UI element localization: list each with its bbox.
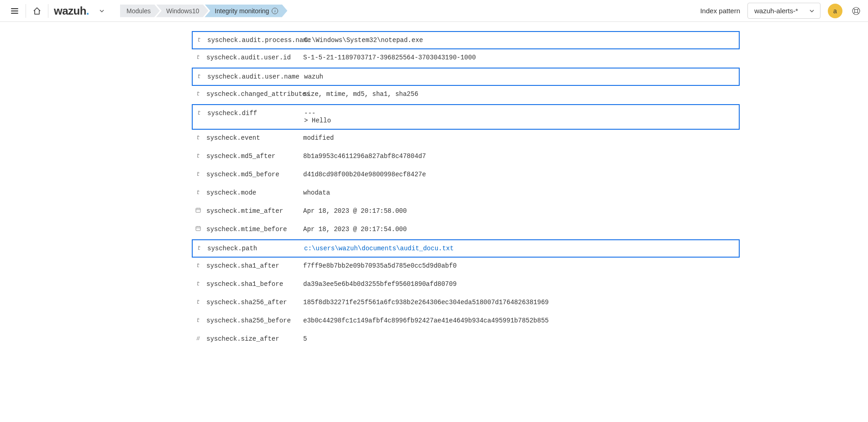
field-value: e3b0c44298fc1c149afbf4c8996fb92427ae41e4… [303, 317, 549, 324]
breadcrumb-agent[interactable]: Windows10 [156, 5, 208, 17]
menu-button[interactable] [5, 2, 24, 20]
field-name: syscheck.diff [207, 110, 299, 117]
field-name: syscheck.md5_before [206, 171, 298, 178]
field-value: S-1-5-21-1189703717-396825564-3703043190… [303, 54, 476, 61]
field-row: #syscheck.size_after5 [192, 331, 740, 349]
field-name: syscheck.audit.process.name [207, 37, 299, 44]
field-name: syscheck.sha1_after [206, 262, 298, 269]
field-value: Apr 18, 2023 @ 20:17:54.000 [303, 226, 407, 233]
index-pattern-label: Index pattern [700, 7, 740, 15]
field-name: syscheck.event [206, 134, 298, 142]
home-button[interactable] [28, 2, 46, 20]
user-avatar[interactable]: a [828, 4, 842, 18]
field-row: tsyscheck.sha256_beforee3b0c44298fc1c149… [192, 312, 740, 331]
field-name: syscheck.audit.user.name [207, 73, 299, 80]
field-value: size, mtime, md5, sha1, sha256 [303, 90, 418, 98]
field-type-icon: t [195, 90, 201, 97]
logo-dot: . [86, 5, 89, 17]
field-value: modified [303, 134, 334, 142]
breadcrumb-modules[interactable]: Modules [120, 5, 160, 17]
index-pattern-select[interactable]: wazuh-alerts-* [747, 3, 821, 19]
field-type-icon: t [195, 262, 201, 269]
field-row: tsyscheck.eventmodified [192, 130, 740, 148]
field-value: C:\Windows\System32\notepad.exe [304, 37, 423, 44]
svg-rect-2 [196, 208, 200, 212]
field-name: syscheck.sha256_before [206, 317, 298, 324]
field-row: syscheck.mtime_afterApr 18, 2023 @ 20:17… [192, 203, 740, 221]
field-row: tsyscheck.diff--- > Hello [192, 104, 740, 130]
calendar-icon [195, 207, 201, 213]
field-value[interactable]: c:\users\wazuh\documents\audit_docu.txt [304, 245, 454, 252]
field-name: syscheck.md5_after [206, 153, 298, 160]
info-icon[interactable]: i [272, 8, 278, 14]
breadcrumb-integrity-monitoring[interactable]: Integrity monitoring i [205, 5, 287, 17]
chevron-down-icon [99, 8, 105, 14]
app-header: wazuh. Modules Windows10 Integrity monit… [0, 0, 868, 22]
help-button[interactable] [850, 2, 863, 20]
svg-rect-3 [196, 227, 200, 231]
field-row: tsyscheck.pathc:\users\wazuh\documents\a… [192, 239, 740, 258]
field-type-icon: t [195, 153, 201, 159]
logo-text: wazuh [54, 5, 86, 17]
svg-point-0 [852, 7, 860, 15]
logo[interactable]: wazuh. [54, 5, 89, 17]
index-pattern-value: wazuh-alerts-* [754, 7, 798, 15]
avatar-letter: a [833, 7, 837, 15]
field-type-icon: t [195, 134, 201, 141]
calendar-icon [195, 226, 201, 231]
field-type-icon: t [195, 189, 201, 196]
lifebuoy-icon [852, 6, 861, 16]
field-name: syscheck.size_after [206, 335, 298, 343]
field-value: f7ff9e8b7bb2e09b70935a5d785e0cc5d9d0abf0 [303, 262, 457, 269]
field-value: da39a3ee5e6b4b0d3255bfef95601890afd80709 [303, 280, 457, 288]
dropdown-button[interactable] [93, 2, 111, 20]
field-type-icon: t [195, 299, 201, 306]
field-row: tsyscheck.sha1_beforeda39a3ee5e6b4b0d325… [192, 276, 740, 294]
header-left: wazuh. Modules Windows10 Integrity monit… [5, 2, 287, 20]
field-type-icon: t [195, 171, 201, 178]
field-value: d41d8cd98f00b204e9800998ecf8427e [303, 171, 426, 178]
breadcrumbs: Modules Windows10 Integrity monitoring i [120, 5, 287, 17]
field-name: syscheck.mode [206, 189, 298, 196]
field-value: --- > Hello [304, 110, 331, 124]
field-type-icon: t [195, 280, 201, 287]
hamburger-icon [11, 7, 19, 15]
field-row: tsyscheck.modewhodata [192, 185, 740, 203]
field-row: tsyscheck.changed_attributessize, mtime,… [192, 86, 740, 104]
divider [26, 4, 26, 18]
breadcrumb-label: Modules [126, 7, 151, 15]
field-row: tsyscheck.audit.process.nameC:\Windows\S… [192, 31, 740, 49]
field-type-icon: # [195, 335, 201, 342]
field-type-icon: t [196, 110, 202, 116]
field-row: tsyscheck.sha256_after185f8db32271fe25f5… [192, 294, 740, 312]
field-value: wazuh [304, 73, 323, 80]
field-value: 5 [303, 335, 307, 343]
field-name: syscheck.mtime_before [206, 226, 298, 233]
breadcrumb-label: Integrity monitoring [215, 7, 269, 15]
field-row: tsyscheck.audit.user.namewazuh [192, 68, 740, 86]
field-row: syscheck.mtime_beforeApr 18, 2023 @ 20:1… [192, 221, 740, 239]
field-value: whodata [303, 189, 330, 196]
field-type-icon: t [196, 37, 202, 43]
field-name: syscheck.path [207, 245, 299, 252]
field-name: syscheck.sha256_after [206, 299, 298, 306]
field-name: syscheck.sha1_before [206, 280, 298, 288]
field-value: Apr 18, 2023 @ 20:17:58.000 [303, 207, 407, 215]
field-row: tsyscheck.audit.user.idS-1-5-21-11897037… [192, 49, 740, 68]
header-right: Index pattern wazuh-alerts-* a [700, 2, 863, 20]
divider [48, 4, 48, 18]
field-row: tsyscheck.md5_befored41d8cd98f00b204e980… [192, 166, 740, 185]
field-type-icon: t [195, 317, 201, 324]
field-list: tsyscheck.audit.process.nameC:\Windows\S… [192, 22, 740, 358]
field-value: 8b1a9953c4611296a827abf8c47804d7 [303, 153, 426, 160]
field-name: syscheck.mtime_after [206, 207, 298, 215]
field-type-icon: t [196, 73, 202, 80]
field-row: tsyscheck.sha1_afterf7ff9e8b7bb2e09b7093… [192, 258, 740, 276]
field-name: syscheck.audit.user.id [206, 54, 298, 61]
chevron-down-icon [809, 8, 815, 14]
field-type-icon: t [195, 54, 201, 61]
field-name: syscheck.changed_attributes [206, 90, 298, 98]
field-value: 185f8db32271fe25f561a6fc938b2e264306ec30… [303, 299, 549, 306]
field-type-icon: t [196, 245, 202, 252]
svg-point-1 [855, 9, 858, 12]
